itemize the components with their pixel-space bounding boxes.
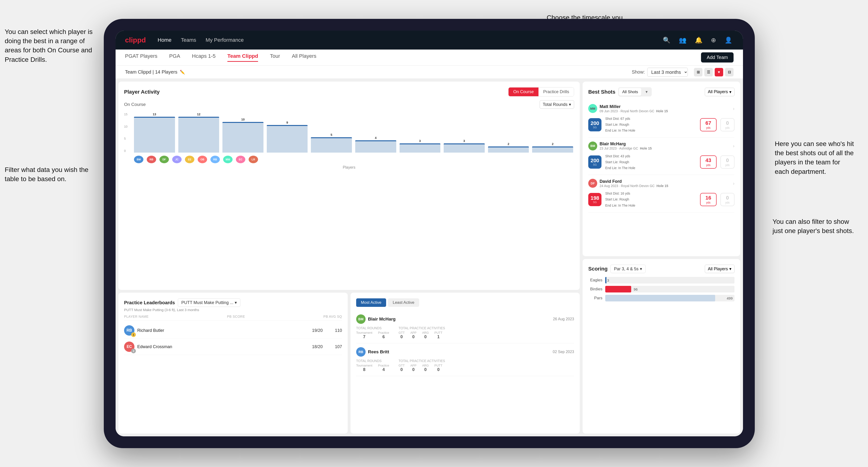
pars-label: Pars — [588, 296, 602, 301]
bar-group: 3 — [444, 113, 485, 153]
arg-value: 0 — [424, 335, 427, 339]
shot-row-3: DF David Ford 24 Aug 2023 · Royal North … — [588, 175, 735, 213]
chevron-right-icon-2[interactable]: › — [733, 143, 735, 149]
pb-avg-edward: 107 — [326, 344, 342, 349]
bar — [488, 147, 529, 153]
shot-info-text-3: Shot Dist: 16 yds Start Lie: Rough End L… — [605, 191, 696, 209]
nav-teams[interactable]: Teams — [181, 37, 196, 43]
chevron-right-icon[interactable]: › — [733, 106, 735, 111]
heart-view-icon[interactable]: ♥ — [715, 68, 723, 76]
most-active-btn[interactable]: Most Active — [356, 299, 386, 307]
shot-zero-unit-3: yds — [725, 201, 730, 204]
rounds-stat-2: Total Rounds Tournament 8 Practice — [356, 359, 389, 372]
bar-highlight — [222, 122, 264, 123]
list-item: RB Rees Britt 02 Sep 2023 Total Rounds T… — [356, 343, 574, 376]
col-player-name: PLAYER NAME — [124, 315, 149, 318]
shot-zero-badge-2: 0 yds — [720, 155, 735, 168]
user-avatar-icon[interactable]: 👤 — [723, 35, 734, 45]
avatar: BM — [588, 142, 597, 151]
practice-drills-toggle[interactable]: Practice Drills — [538, 88, 574, 96]
tab-pgat-players[interactable]: PGAT Players — [125, 53, 157, 62]
plus-circle-icon[interactable]: ⊕ — [710, 35, 717, 45]
tab-pga[interactable]: PGA — [169, 53, 180, 62]
filter-view-icon[interactable]: ⊟ — [725, 68, 734, 76]
shot-dist-badge-3: 16 yds — [700, 193, 717, 206]
chart-section-header: On Course Total Rounds ▾ — [124, 100, 574, 109]
on-course-toggle[interactable]: On Course — [508, 88, 538, 96]
nav-icons: 🔍 👥 🔔 ⊕ 👤 — [661, 35, 734, 45]
chevron-right-icon-3[interactable]: › — [733, 181, 735, 186]
col-pb-avg-sq: PB AVG SQ — [323, 315, 342, 318]
add-team-button[interactable]: Add Team — [701, 52, 734, 63]
shot-score-label-1: SG — [593, 126, 597, 129]
tab-all-players[interactable]: All Players — [292, 53, 316, 62]
app-stat: APP 0 — [410, 331, 416, 339]
show-select[interactable]: Last 3 months Last month Last 6 months L… — [647, 68, 688, 76]
arg-label-2: ARG — [422, 364, 429, 367]
shot-course-info-1: 09 Jun 2023 · Royal North Devon GC Hole … — [599, 109, 731, 113]
bar-group: 2 — [488, 113, 529, 153]
bar-value: 10 — [241, 118, 245, 121]
all-shots-tab[interactable]: All Shots — [619, 88, 641, 96]
pb-score-richard: 19/20 — [306, 328, 323, 333]
main-content: Player Activity On Course Practice Drill… — [116, 79, 743, 436]
bar-avatar: OB — [198, 156, 207, 163]
bar-avatar: BM — [134, 156, 144, 163]
shots-dropdown-icon[interactable]: ▾ — [642, 88, 651, 96]
nav-my-performance[interactable]: My Performance — [206, 37, 244, 43]
shot-player-info-3: DF David Ford 24 Aug 2023 · Royal North … — [588, 179, 735, 188]
leaderboard-subtitle: PUTT Must Make Putting (3-6 ft), Last 3 … — [124, 308, 342, 312]
ap-date-2: 02 Sep 2023 — [553, 350, 574, 354]
putt-value-2: 0 — [437, 367, 440, 372]
bar-group: 12 — [178, 113, 219, 153]
player-name-edward: Edward Crossman — [137, 344, 303, 349]
bell-icon[interactable]: 🔔 — [693, 35, 704, 45]
col-pb-score: PB SCORE — [227, 315, 245, 318]
initials: EC — [127, 345, 132, 349]
bar — [532, 147, 573, 153]
leaderboard-title: Practice Leaderboards — [124, 300, 175, 305]
shot-dist-unit-3: yds — [706, 201, 711, 204]
tablet-frame: clippd Home Teams My Performance 🔍 👥 🔔 ⊕… — [104, 19, 755, 448]
tournament-label: Tournament — [356, 331, 372, 335]
bar-value: 5 — [331, 133, 332, 136]
tab-tour[interactable]: Tour — [270, 53, 280, 62]
rounds-label: Total Rounds — [356, 326, 389, 330]
table-view-icon[interactable]: ☰ — [704, 68, 713, 76]
shot-zero-num-2: 0 — [726, 157, 729, 163]
total-rounds-filter[interactable]: Total Rounds ▾ — [540, 100, 574, 109]
scoring-filter-btn[interactable]: Par 3, 4 & 5s ▾ — [611, 264, 646, 273]
leaderboard-filter-btn[interactable]: PUTT Must Make Putting ... ▾ — [178, 299, 241, 307]
left-panel: Player Activity On Course Practice Drill… — [116, 79, 583, 436]
search-icon[interactable]: 🔍 — [661, 35, 672, 45]
bar-chart-inner: 1312109543322 BMRBDFJCEEOBRBMMECLR — [133, 113, 574, 164]
rounds-label-2: Total Rounds — [356, 359, 389, 363]
practice-values: GTT 0 APP 0 ARG — [399, 331, 445, 339]
scoring-row-pars: Pars 499 — [588, 295, 735, 302]
users-icon[interactable]: 👥 — [677, 35, 688, 45]
bar-value: 3 — [463, 139, 465, 143]
shot-zero-num-3: 0 — [726, 195, 729, 201]
tab-team-clippd[interactable]: Team Clippd — [227, 53, 258, 62]
avatar: DF — [588, 179, 597, 188]
edit-icon[interactable]: ✏️ — [180, 69, 185, 75]
grid-view-icon[interactable]: ⊞ — [694, 68, 703, 76]
bar-value: 2 — [507, 142, 509, 146]
shot-dist-unit-2: yds — [706, 163, 711, 167]
initials: RB — [126, 328, 132, 333]
practice-stat-2: Practice 4 — [378, 364, 389, 372]
shot-zero-unit-1: yds — [725, 126, 730, 129]
practice-values-2: GTT 0 APP 0 ARG — [399, 364, 445, 372]
birdies-bar-value: 96 — [634, 287, 638, 291]
bar-group: 2 — [532, 113, 573, 153]
tab-hcaps[interactable]: Hcaps 1-5 — [192, 53, 216, 62]
bar — [178, 117, 219, 153]
nav-home[interactable]: Home — [158, 37, 172, 43]
bar — [444, 144, 485, 153]
best-shots-header: Best Shots All Shots ▾ All Players ▾ — [588, 87, 735, 96]
top-nav: clippd Home Teams My Performance 🔍 👥 🔔 ⊕… — [116, 31, 743, 50]
shot-row-1: MM Matt Miller 09 Jun 2023 · Royal North… — [588, 100, 735, 138]
least-active-btn[interactable]: Least Active — [388, 299, 419, 307]
players-filter-dropdown[interactable]: All Players ▾ — [705, 88, 735, 96]
scoring-players-filter[interactable]: All Players ▾ — [705, 264, 735, 273]
